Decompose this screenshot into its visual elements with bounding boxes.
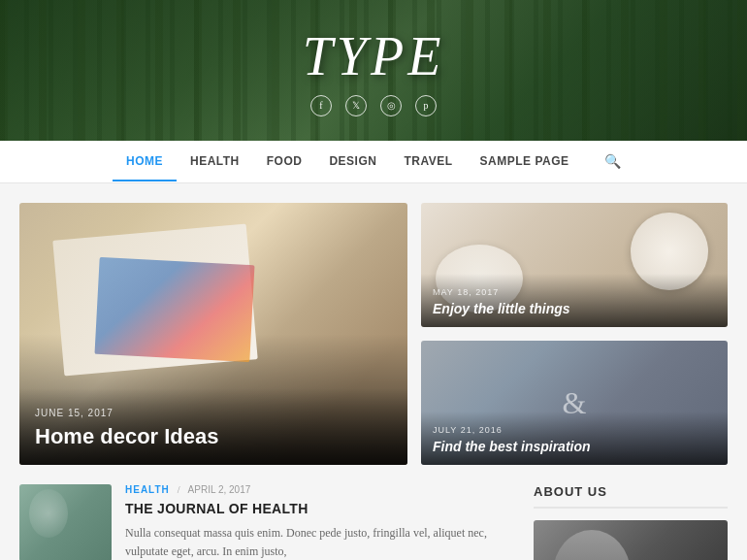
featured-post[interactable]: JUNE 15, 2017 Home decor Ideas xyxy=(19,203,407,465)
nav-item-sample-page[interactable]: SAMPLE PAGE xyxy=(467,143,583,181)
card-title-1: Enjoy the little things xyxy=(433,301,716,317)
featured-title: Home decor Ideas xyxy=(35,424,392,449)
main-nav: HOME HEALTH FOOD DESIGN TRAVEL SAMPLE PA… xyxy=(0,141,747,183)
about-image xyxy=(534,520,728,560)
twitter-icon[interactable]: 𝕏 xyxy=(345,95,367,116)
featured-date: JUNE 15, 2017 xyxy=(35,408,392,418)
top-section: JUNE 15, 2017 Home decor Ideas MAY 18, 2… xyxy=(19,203,728,465)
post-thumbnail xyxy=(19,484,112,560)
main-content: JUNE 15, 2017 Home decor Ideas MAY 18, 2… xyxy=(0,183,747,560)
featured-overlay: JUNE 15, 2017 Home decor Ideas xyxy=(19,388,407,465)
card-overlay-1: MAY 18, 2017 Enjoy the little things xyxy=(421,274,728,327)
instagram-icon[interactable]: ◎ xyxy=(380,95,402,116)
nav-item-travel[interactable]: TRAVEL xyxy=(390,143,466,181)
nav-item-home[interactable]: HOME xyxy=(113,143,177,181)
site-title[interactable]: TYPE xyxy=(303,25,445,87)
post-item: HEALTH / APRIL 2, 2017 THE JOURNAL OF HE… xyxy=(19,484,520,560)
card-date-1: MAY 18, 2017 xyxy=(433,287,716,297)
post-date: APRIL 2, 2017 xyxy=(188,484,251,495)
bottom-section: HEALTH / APRIL 2, 2017 THE JOURNAL OF HE… xyxy=(19,484,728,560)
post-category[interactable]: HEALTH xyxy=(125,484,170,495)
card-overlay-2: JULY 21, 2016 Find the best inspiration xyxy=(421,412,728,465)
meta-separator: / xyxy=(178,484,180,495)
post-title[interactable]: THE JOURNAL OF HEALTH xyxy=(125,500,520,517)
nav-items: HOME HEALTH FOOD DESIGN TRAVEL SAMPLE PA… xyxy=(113,142,634,182)
social-icons: f 𝕏 ◎ p xyxy=(310,95,437,116)
nav-item-health[interactable]: HEALTH xyxy=(177,143,253,181)
card-title-2: Find the best inspiration xyxy=(433,439,716,455)
facebook-icon[interactable]: f xyxy=(310,95,332,116)
post-list: HEALTH / APRIL 2, 2017 THE JOURNAL OF HE… xyxy=(19,484,520,560)
pinterest-icon[interactable]: p xyxy=(415,95,437,116)
about-title: ABOUT US xyxy=(534,484,728,509)
nav-item-food[interactable]: FOOD xyxy=(253,143,316,181)
search-icon[interactable]: 🔍 xyxy=(591,142,635,182)
sidebar-card-1[interactable]: MAY 18, 2017 Enjoy the little things xyxy=(421,203,728,327)
post-meta: HEALTH / APRIL 2, 2017 xyxy=(125,484,520,495)
post-excerpt: Nulla consequat massa quis enim. Donec p… xyxy=(125,524,520,560)
about-sidebar: ABOUT US xyxy=(534,484,728,560)
sidebar-card-2[interactable]: & JULY 21, 2016 Find the best inspiratio… xyxy=(421,341,728,465)
site-header: TYPE f 𝕏 ◎ p xyxy=(0,0,747,141)
sidebar-cards: MAY 18, 2017 Enjoy the little things & J… xyxy=(421,203,728,465)
post-content: HEALTH / APRIL 2, 2017 THE JOURNAL OF HE… xyxy=(125,484,520,560)
nav-item-design[interactable]: DESIGN xyxy=(315,143,390,181)
card-date-2: JULY 21, 2016 xyxy=(433,425,716,435)
